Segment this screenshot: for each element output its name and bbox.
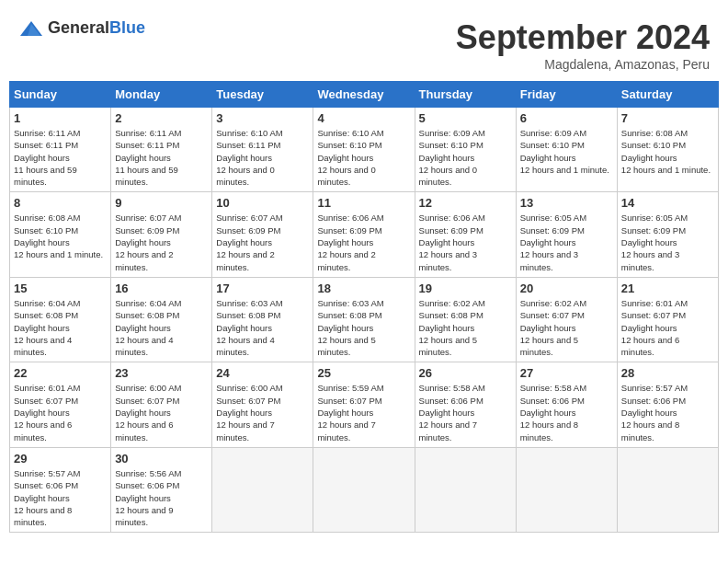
table-row: 17Sunrise: 6:03 AMSunset: 6:08 PMDayligh… xyxy=(212,277,313,362)
table-row: 20Sunrise: 6:02 AMSunset: 6:07 PMDayligh… xyxy=(516,277,617,362)
day-number: 29 xyxy=(14,452,107,465)
logo-general: General xyxy=(48,18,109,37)
logo: GeneralBlue xyxy=(18,18,145,38)
table-row: 5Sunrise: 6:09 AMSunset: 6:10 PMDaylight… xyxy=(415,108,516,192)
table-row: 28Sunrise: 5:57 AMSunset: 6:06 PMDayligh… xyxy=(617,362,718,447)
day-number: 10 xyxy=(216,196,309,210)
calendar-row: 29Sunrise: 5:57 AMSunset: 6:06 PMDayligh… xyxy=(10,447,719,532)
day-number: 11 xyxy=(317,196,410,210)
day-info: Sunrise: 6:07 AMSunset: 6:09 PMDaylight … xyxy=(216,212,309,272)
day-info: Sunrise: 5:58 AMSunset: 6:06 PMDaylight … xyxy=(520,382,613,442)
header-row: Sunday Monday Tuesday Wednesday Thursday… xyxy=(10,82,719,108)
col-saturday: Saturday xyxy=(617,82,718,108)
table-row: 18Sunrise: 6:03 AMSunset: 6:08 PMDayligh… xyxy=(313,277,415,362)
day-info: Sunrise: 6:01 AMSunset: 6:07 PMDaylight … xyxy=(14,382,107,442)
table-row: 2Sunrise: 6:11 AMSunset: 6:11 PMDaylight… xyxy=(111,108,212,192)
calendar-row: 15Sunrise: 6:04 AMSunset: 6:08 PMDayligh… xyxy=(10,277,719,362)
table-row: 23Sunrise: 6:00 AMSunset: 6:07 PMDayligh… xyxy=(111,362,212,447)
table-row: 22Sunrise: 6:01 AMSunset: 6:07 PMDayligh… xyxy=(10,362,111,447)
day-number: 27 xyxy=(520,366,613,380)
table-row xyxy=(617,447,718,532)
day-info: Sunrise: 5:59 AMSunset: 6:07 PMDaylight … xyxy=(317,382,410,442)
col-tuesday: Tuesday xyxy=(212,82,313,108)
day-info: Sunrise: 6:07 AMSunset: 6:09 PMDaylight … xyxy=(115,212,208,272)
day-number: 23 xyxy=(115,366,208,380)
table-row: 10Sunrise: 6:07 AMSunset: 6:09 PMDayligh… xyxy=(212,192,313,277)
day-number: 1 xyxy=(14,111,107,125)
day-info: Sunrise: 6:00 AMSunset: 6:07 PMDaylight … xyxy=(115,382,208,442)
day-number: 17 xyxy=(216,282,309,295)
day-info: Sunrise: 5:57 AMSunset: 6:06 PMDaylight … xyxy=(621,382,714,442)
day-info: Sunrise: 6:10 AMSunset: 6:10 PMDaylight … xyxy=(317,127,410,188)
table-row: 12Sunrise: 6:06 AMSunset: 6:09 PMDayligh… xyxy=(415,192,516,277)
table-row: 29Sunrise: 5:57 AMSunset: 6:06 PMDayligh… xyxy=(10,447,111,532)
day-number: 16 xyxy=(115,282,208,295)
day-info: Sunrise: 6:06 AMSunset: 6:09 PMDaylight … xyxy=(419,212,512,272)
calendar-row: 1Sunrise: 6:11 AMSunset: 6:11 PMDaylight… xyxy=(10,108,719,192)
col-thursday: Thursday xyxy=(415,82,516,108)
day-info: Sunrise: 6:08 AMSunset: 6:10 PMDaylight … xyxy=(621,127,714,176)
table-row: 16Sunrise: 6:04 AMSunset: 6:08 PMDayligh… xyxy=(111,277,212,362)
day-info: Sunrise: 6:05 AMSunset: 6:09 PMDaylight … xyxy=(621,212,714,272)
table-row xyxy=(415,447,516,532)
day-info: Sunrise: 5:58 AMSunset: 6:06 PMDaylight … xyxy=(419,382,512,442)
table-row: 7Sunrise: 6:08 AMSunset: 6:10 PMDaylight… xyxy=(617,108,718,192)
day-info: Sunrise: 5:57 AMSunset: 6:06 PMDaylight … xyxy=(14,467,107,528)
day-info: Sunrise: 6:00 AMSunset: 6:07 PMDaylight … xyxy=(216,382,309,442)
logo-blue: Blue xyxy=(109,18,145,37)
table-row: 19Sunrise: 6:02 AMSunset: 6:08 PMDayligh… xyxy=(415,277,516,362)
table-row: 25Sunrise: 5:59 AMSunset: 6:07 PMDayligh… xyxy=(313,362,415,447)
day-number: 5 xyxy=(419,111,512,125)
day-info: Sunrise: 6:09 AMSunset: 6:10 PMDaylight … xyxy=(520,127,613,176)
day-info: Sunrise: 6:02 AMSunset: 6:08 PMDaylight … xyxy=(419,297,512,358)
table-row: 30Sunrise: 5:56 AMSunset: 6:06 PMDayligh… xyxy=(111,447,212,532)
page-container: GeneralBlue September 2024 Magdalena, Am… xyxy=(9,9,719,533)
day-number: 2 xyxy=(115,111,208,125)
day-number: 28 xyxy=(621,366,714,380)
day-number: 14 xyxy=(621,196,714,210)
day-number: 20 xyxy=(520,282,613,295)
logo-text: GeneralBlue xyxy=(48,18,145,38)
table-row: 1Sunrise: 6:11 AMSunset: 6:11 PMDaylight… xyxy=(10,108,111,192)
title-area: September 2024 Magdalena, Amazonas, Peru xyxy=(456,18,710,72)
col-friday: Friday xyxy=(516,82,617,108)
logo-icon xyxy=(18,19,44,38)
day-number: 21 xyxy=(621,282,714,295)
day-number: 13 xyxy=(520,196,613,210)
table-row: 27Sunrise: 5:58 AMSunset: 6:06 PMDayligh… xyxy=(516,362,617,447)
header: GeneralBlue September 2024 Magdalena, Am… xyxy=(9,9,719,76)
table-row: 13Sunrise: 6:05 AMSunset: 6:09 PMDayligh… xyxy=(516,192,617,277)
table-row xyxy=(516,447,617,532)
table-row: 21Sunrise: 6:01 AMSunset: 6:07 PMDayligh… xyxy=(617,277,718,362)
table-row xyxy=(313,447,415,532)
day-info: Sunrise: 6:02 AMSunset: 6:07 PMDaylight … xyxy=(520,297,613,358)
table-row: 11Sunrise: 6:06 AMSunset: 6:09 PMDayligh… xyxy=(313,192,415,277)
day-number: 24 xyxy=(216,366,309,380)
day-number: 4 xyxy=(317,111,410,125)
table-row: 4Sunrise: 6:10 AMSunset: 6:10 PMDaylight… xyxy=(313,108,415,192)
col-monday: Monday xyxy=(111,82,212,108)
calendar-row: 8Sunrise: 6:08 AMSunset: 6:10 PMDaylight… xyxy=(10,192,719,277)
day-number: 18 xyxy=(317,282,410,295)
day-info: Sunrise: 6:04 AMSunset: 6:08 PMDaylight … xyxy=(14,297,107,358)
day-number: 25 xyxy=(317,366,410,380)
day-number: 30 xyxy=(115,452,208,465)
day-info: Sunrise: 6:08 AMSunset: 6:10 PMDaylight … xyxy=(14,212,107,260)
day-info: Sunrise: 6:06 AMSunset: 6:09 PMDaylight … xyxy=(317,212,410,272)
table-row: 3Sunrise: 6:10 AMSunset: 6:11 PMDaylight… xyxy=(212,108,313,192)
day-number: 12 xyxy=(419,196,512,210)
col-sunday: Sunday xyxy=(10,82,111,108)
day-number: 8 xyxy=(14,196,107,210)
day-info: Sunrise: 6:04 AMSunset: 6:08 PMDaylight … xyxy=(115,297,208,358)
day-number: 19 xyxy=(419,282,512,295)
table-row: 8Sunrise: 6:08 AMSunset: 6:10 PMDaylight… xyxy=(10,192,111,277)
day-info: Sunrise: 6:03 AMSunset: 6:08 PMDaylight … xyxy=(317,297,410,358)
table-row: 9Sunrise: 6:07 AMSunset: 6:09 PMDaylight… xyxy=(111,192,212,277)
calendar: Sunday Monday Tuesday Wednesday Thursday… xyxy=(9,81,719,533)
location: Magdalena, Amazonas, Peru xyxy=(456,57,710,72)
month-title: September 2024 xyxy=(456,18,710,57)
day-info: Sunrise: 6:11 AMSunset: 6:11 PMDaylight … xyxy=(115,127,208,188)
col-wednesday: Wednesday xyxy=(313,82,415,108)
day-info: Sunrise: 6:09 AMSunset: 6:10 PMDaylight … xyxy=(419,127,512,188)
table-row: 14Sunrise: 6:05 AMSunset: 6:09 PMDayligh… xyxy=(617,192,718,277)
